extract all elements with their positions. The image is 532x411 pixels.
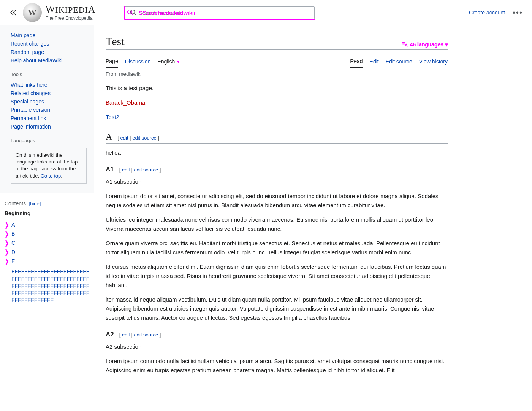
search-input[interactable] [125,6,315,19]
toc-hide-link[interactable]: [hide] [29,201,41,206]
nav-list: Main page Recent changes Random page Hel… [11,31,87,65]
menu-toggle-icon[interactable] [9,9,17,16]
site-logo[interactable]: WIKIPEDIA The Free Encyclopedia [23,3,96,22]
chevron-right-icon[interactable]: ❯ [5,257,9,265]
chevron-down-icon: ▾ [445,41,448,48]
language-icon [401,41,408,48]
tab-read[interactable]: Read [350,55,363,68]
left-sidebar: Main page Recent changes Random page Hel… [0,25,94,193]
edit-link[interactable]: edit [120,135,128,141]
toc-beginning[interactable]: Beginning [5,210,90,216]
edit-section: [ edit | edit source ] [119,332,161,338]
chevron-right-icon[interactable]: ❯ [5,221,9,228]
toc-item-b[interactable]: ❯B [5,229,90,238]
tools-heading: Tools [11,71,87,78]
site-subtitle: From mediawiki [106,71,448,77]
edit-source-link[interactable]: edit source [134,332,158,338]
chevron-right-icon[interactable]: ❯ [5,230,9,237]
chevron-right-icon[interactable]: ❯ [5,239,9,246]
page-title: Test [106,35,125,48]
languages-heading: Languages [11,138,87,144]
tool-related-changes[interactable]: Related changes [11,90,51,96]
go-to-top-link[interactable]: Go to top [41,173,61,179]
languages-notice-box: On this mediawiki the language links are… [11,148,87,184]
section-heading-a: A [ edit | edit source ] [106,132,448,144]
edit-source-link[interactable]: edit source [134,167,158,173]
toc-item-a[interactable]: ❯A [5,220,90,229]
tab-page[interactable]: Page [106,55,118,68]
intro-text: This is a test page. [106,84,448,93]
tool-special-pages[interactable]: Special pages [11,98,44,105]
edit-link[interactable]: edit [122,332,130,338]
page-tabs: Page Discussion English ▼ Read Edit Edit… [106,55,448,68]
logo-wordmark: WIKIPEDIA [46,5,96,14]
chevron-down-icon: ▼ [176,60,180,64]
create-account-link[interactable]: Create account [469,10,505,16]
search-icon [127,9,137,16]
section-heading-a1: A1 [ edit | edit source ] [106,166,448,173]
tool-permanent-link[interactable]: Permanent link [11,115,46,121]
top-header: WIKIPEDIA The Free Encyclopedia SSearcha… [0,0,532,25]
tab-view-history[interactable]: View history [419,56,448,68]
toc-item-f[interactable]: FFFFFFFFFFFFFFFFFFFFFFFFFFFFFFFFFFFFFFFF… [11,268,89,303]
edit-source-link[interactable]: edit source [132,135,157,141]
svg-line-3 [134,14,136,16]
link-test2[interactable]: Test2 [106,114,119,120]
toc-heading: Contents [5,200,26,206]
tool-printable[interactable]: Printable version [11,107,50,113]
edit-link[interactable]: edit [122,167,130,173]
wikipedia-globe-icon [23,3,42,22]
tab-edit[interactable]: Edit [370,56,379,68]
article-content: This is a test page. Barack_Obama Test2 … [106,84,448,375]
edit-section: [ edit | edit source ] [117,135,159,141]
tab-language-variant[interactable]: English ▼ [157,56,180,68]
edit-section: [ edit | edit source ] [119,167,161,173]
more-menu-icon[interactable]: ••• [513,8,523,17]
toc-item-e[interactable]: ❯E [5,257,90,266]
tool-page-info[interactable]: Page information [11,124,51,130]
toc-item-c[interactable]: ❯C [5,238,90,248]
chevron-right-icon[interactable]: ❯ [5,248,9,255]
language-selector-button[interactable]: 46 languages ▾ [401,41,448,48]
tools-list: What links here Related changes Special … [11,81,87,131]
nav-main-page[interactable]: Main page [11,32,35,38]
tab-discussion[interactable]: Discussion [125,56,151,68]
article-main: Test 46 languages ▾ Page Discussion Engl… [94,25,459,395]
nav-recent-changes[interactable]: Recent changes [11,41,49,47]
svg-point-2 [131,10,135,14]
search-box: SSearchamediadwikii [125,6,315,19]
nav-random-page[interactable]: Random page [11,49,44,55]
nav-help[interactable]: Help about MediaWiki [11,57,62,63]
logo-tagline: The Free Encyclopedia [46,16,96,21]
tab-edit-source[interactable]: Edit source [386,56,412,68]
table-of-contents: Contents [hide] Beginning ❯A ❯B ❯C ❯D ❯E… [0,193,94,311]
link-barack-obama[interactable]: Barack_Obama [106,99,145,106]
section-heading-a2: A2 [ edit | edit source ] [106,331,448,338]
tool-what-links-here[interactable]: What links here [11,82,47,88]
toc-item-d[interactable]: ❯D [5,248,90,257]
